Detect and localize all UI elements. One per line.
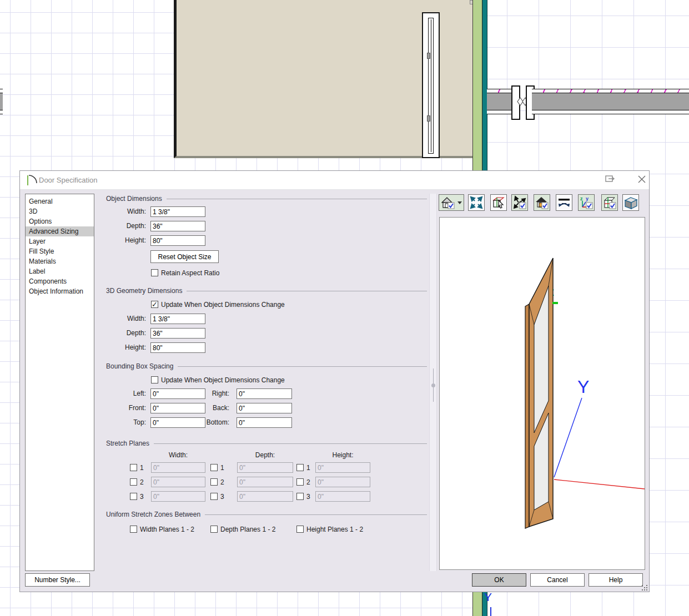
door-swing-icon	[26, 174, 38, 186]
sidebar-item-fill-style[interactable]: Fill Style	[26, 246, 94, 256]
door-slab	[428, 18, 434, 154]
object-height-input[interactable]	[150, 235, 205, 246]
stretch-width-1-checkbox[interactable]: 1	[130, 463, 144, 472]
depth-label: Depth:	[113, 221, 146, 231]
plan-axis-y-line	[490, 607, 491, 616]
stretch-width-column-header: Width:	[151, 451, 205, 459]
stretch-height-2-checkbox[interactable]: 2	[296, 478, 310, 486]
section-object-dimensions: Object Dimensions	[106, 195, 427, 203]
geometry-update-checkbox[interactable]: Update When Object Dimensions Change	[151, 300, 285, 309]
depth-label: Depth:	[113, 328, 146, 339]
stretch-depth-1-input	[237, 462, 293, 473]
bounding-right-input[interactable]	[237, 388, 292, 399]
right-label: Right:	[196, 388, 229, 399]
section-uniform-stretch-zones: Uniform Stretch Zones Between	[106, 511, 427, 518]
sidebar-item-materials[interactable]: Materials	[26, 256, 94, 266]
stretch-width-1-input	[151, 462, 205, 473]
perspective-cube-icon[interactable]	[622, 194, 639, 211]
depth-planes-1-2-checkbox[interactable]: Depth Planes 1 - 2	[210, 525, 275, 533]
checkbox-label: Update When Object Dimensions Change	[161, 376, 285, 384]
cancel-button[interactable]: Cancel	[530, 573, 585, 587]
retain-aspect-ratio-checkbox[interactable]: Retain Aspect Ratio	[151, 269, 219, 277]
bounding-bottom-input[interactable]	[237, 417, 292, 428]
width-planes-1-2-checkbox[interactable]: Width Planes 1 - 2	[130, 525, 194, 533]
checkbox-box[interactable]	[151, 269, 158, 276]
door-3d-preview[interactable]: Z Y	[439, 217, 645, 570]
stretch-height-1-checkbox[interactable]: 1	[296, 463, 310, 472]
turn-object-icon[interactable]	[556, 194, 572, 211]
stretch-height-3-checkbox[interactable]: 3	[296, 492, 310, 501]
fill-window-icon[interactable]	[468, 194, 485, 211]
geometry-height-input[interactable]	[150, 342, 205, 353]
wall-siding-hatch	[532, 89, 689, 93]
height-label: Height:	[113, 235, 146, 246]
checkbox-box[interactable]	[151, 376, 158, 383]
stretch-height-2-input	[315, 477, 370, 487]
section-stretch-planes: Stretch Planes	[106, 440, 427, 447]
sidebar-item-object-information[interactable]: Object Information	[26, 286, 94, 296]
door-preview-svg: Z Y	[440, 218, 645, 569]
door-hinge-icon	[427, 115, 430, 122]
ok-button[interactable]: OK	[472, 573, 526, 587]
bounding-update-checkbox[interactable]: Update When Object Dimensions Change	[151, 376, 285, 384]
sidebar-item-3d[interactable]: 3D	[26, 206, 94, 216]
svg-text:y: y	[586, 196, 589, 201]
dialog-title: Door Specification	[39, 176, 98, 184]
dialog-titlebar[interactable]: Door Specification	[20, 171, 649, 190]
left-label: Left:	[113, 388, 146, 399]
dialog-sidebar: General 3D Options Advanced Sizing Layer…	[25, 194, 94, 571]
section-3d-geometry-dimensions: 3D Geometry Dimensions	[106, 287, 427, 295]
stretch-depth-1-checkbox[interactable]: 1	[210, 463, 224, 472]
sidebar-item-label[interactable]: Label	[26, 266, 94, 276]
number-style-button[interactable]: Number Style...	[25, 573, 90, 587]
splitter-handle[interactable]	[431, 383, 435, 387]
select-surface-icon[interactable]	[490, 194, 507, 211]
stretch-width-2-input	[151, 477, 205, 487]
geometry-depth-input[interactable]	[150, 328, 205, 339]
show-bounding-box-icon[interactable]	[601, 194, 618, 211]
height-planes-1-2-checkbox[interactable]: Height Planes 1 - 2	[296, 525, 363, 533]
bottom-label: Bottom:	[196, 417, 229, 428]
sidebar-item-general[interactable]: General	[26, 196, 94, 206]
pane-splitter[interactable]	[429, 194, 437, 571]
show-axes-icon[interactable]: z y	[578, 194, 595, 211]
close-icon[interactable]	[633, 175, 650, 186]
orbit-icon[interactable]	[511, 194, 528, 211]
bounding-back-input[interactable]	[237, 403, 292, 413]
stretch-width-2-checkbox[interactable]: 2	[130, 478, 144, 486]
stretch-height-3-input	[315, 491, 370, 502]
door-hinge-icon	[427, 53, 430, 59]
sidebar-item-components[interactable]: Components	[26, 276, 94, 286]
geometry-width-input[interactable]	[150, 314, 205, 324]
axis-y-line	[554, 398, 582, 477]
width-label: Width:	[113, 206, 146, 217]
axis-x-line	[554, 479, 645, 489]
section-bounding-box-spacing: Bounding Box Spacing	[106, 362, 427, 370]
object-depth-input[interactable]	[150, 221, 205, 231]
reset-object-size-button[interactable]: Reset Object Size	[150, 250, 219, 263]
plan-axis-y-label: Y	[484, 590, 492, 604]
sidebar-item-options[interactable]: Options	[26, 216, 94, 226]
stretch-depth-2-input	[237, 477, 293, 487]
plan-wall-left-stub	[0, 89, 3, 114]
stretch-depth-3-checkbox[interactable]: 3	[210, 492, 224, 501]
door-edge-face	[525, 304, 529, 528]
application-root: { "view": { "axis_label_y": "Y", "colors…	[0, 0, 689, 616]
axis-z-tick	[552, 302, 558, 304]
float-window-icon[interactable]	[602, 175, 618, 186]
help-button[interactable]: Help	[589, 573, 643, 587]
stretch-depth-2-checkbox[interactable]: 2	[210, 478, 224, 486]
camera-view-icon[interactable]	[439, 194, 464, 211]
resize-grip[interactable]	[642, 585, 643, 586]
checkbox-box[interactable]	[151, 301, 158, 308]
sidebar-item-advanced-sizing[interactable]: Advanced Sizing	[26, 226, 94, 236]
checkbox-label: Update When Object Dimensions Change	[161, 301, 285, 309]
checkbox-label: Retain Aspect Ratio	[161, 269, 219, 277]
sidebar-item-layer[interactable]: Layer	[26, 236, 94, 246]
show-details-icon[interactable]	[534, 194, 550, 211]
door-specification-dialog: Door Specification General 3D Options Ad…	[19, 170, 650, 592]
front-label: Front:	[113, 403, 146, 413]
stretch-width-3-checkbox[interactable]: 3	[130, 492, 144, 501]
object-width-input[interactable]	[150, 206, 205, 217]
elevation-door-edge	[422, 12, 440, 158]
